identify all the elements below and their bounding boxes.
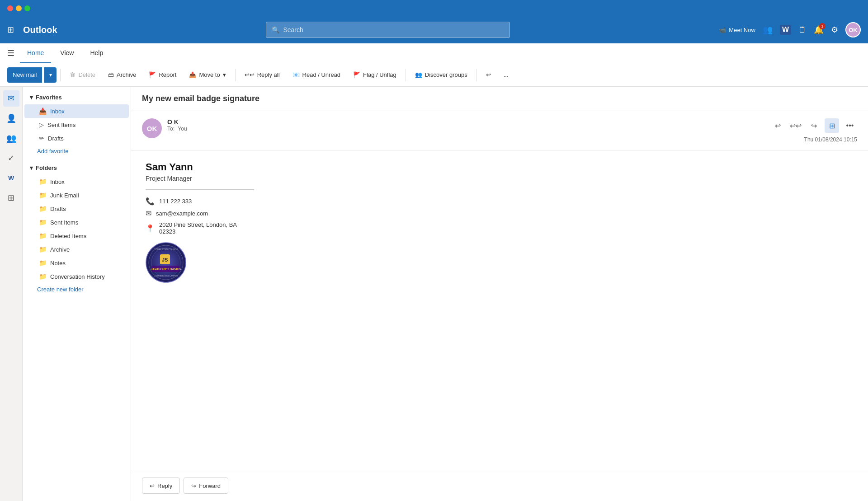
folder-icon-convo: 📁 <box>39 273 47 280</box>
svg-text:Codeable Tech Courses: Codeable Tech Courses <box>154 274 178 277</box>
email-footer: ↩ Reply ↪ Forward <box>131 470 868 501</box>
meet-now-button[interactable]: 📹 Meet Now <box>719 27 755 33</box>
forward-button[interactable]: ↪ Forward <box>184 478 228 494</box>
grid-view-icon-button[interactable]: ⊞ <box>825 118 839 133</box>
badge-container: COMPLETED COURSE JS JAVASCRIPT BASICS Co… <box>146 242 854 285</box>
groups-icon: 👥 <box>415 71 422 78</box>
whiteboard-icon[interactable]: 🗒 <box>798 25 807 35</box>
user-avatar[interactable]: OK <box>845 22 861 37</box>
location-icon: 📍 <box>146 224 155 233</box>
email-meta: O K To: You <box>167 118 765 132</box>
read-unread-button[interactable]: 📧 Read / Unread <box>287 67 346 83</box>
titlebar <box>0 0 868 16</box>
sidebar-item-f-junk[interactable]: 📁 Junk Email <box>24 188 129 202</box>
more-options-button[interactable]: ... <box>498 67 514 83</box>
folder-icon-notes: 📁 <box>39 259 47 267</box>
more-email-options[interactable]: ••• <box>843 118 857 133</box>
navbar: ☰ Home View Help <box>0 43 868 63</box>
favorites-header[interactable]: ▾ Favorites <box>23 90 131 104</box>
maximize-button[interactable] <box>24 5 30 11</box>
contact-email: ✉ sam@example.com <box>146 209 854 218</box>
sidebar-item-f-inbox[interactable]: 📁 Inbox <box>24 175 129 188</box>
contact-phone: 📞 111 222 333 <box>146 197 854 206</box>
delete-button[interactable]: 🗑 Delete <box>64 67 101 83</box>
rail-mail-icon[interactable]: ✉ <box>3 90 19 107</box>
undo-icon: ↩ <box>486 71 491 78</box>
sent-icon: ▷ <box>39 121 44 128</box>
tab-help[interactable]: Help <box>83 43 110 63</box>
signature-title: Project Manager <box>146 175 854 182</box>
reply-button[interactable]: ↩ Reply <box>142 478 180 494</box>
reply-all-icon-button[interactable]: ↩↩ <box>788 118 803 133</box>
svg-text:COMPLETED COURSE: COMPLETED COURSE <box>154 248 179 251</box>
svg-text:JAVASCRIPT BASICS: JAVASCRIPT BASICS <box>151 267 181 271</box>
sidebar-item-f-deleted[interactable]: 📁 Deleted Items <box>24 229 129 243</box>
contact-address: 📍 2020 Pine Street, London, BA 02323 <box>146 221 854 235</box>
tab-view[interactable]: View <box>53 43 81 63</box>
email-subject: My new email badge signature <box>131 87 868 111</box>
reply-footer-icon: ↩ <box>150 482 155 489</box>
rail-groups-icon[interactable]: 👥 <box>3 130 19 146</box>
bell-icon[interactable]: 🔔 1 <box>814 25 824 35</box>
email-icon: ✉ <box>146 209 151 218</box>
create-folder-link[interactable]: Create new folder <box>23 283 131 295</box>
reply-icon-button[interactable]: ↩ <box>770 118 785 133</box>
search-input[interactable] <box>283 26 504 33</box>
folders-chevron-icon: ▾ <box>30 164 33 171</box>
settings-icon[interactable]: ⚙ <box>831 25 838 35</box>
topbar: ⊞ Outlook 🔍 📹 Meet Now 👥 W 🗒 🔔 1 ⚙ OK <box>0 16 868 43</box>
add-favorite-link[interactable]: Add favorite <box>23 145 131 157</box>
toolbar-sep-1 <box>60 69 61 81</box>
sender-name: O K <box>167 118 765 126</box>
sidebar-item-f-drafts[interactable]: 📁 Drafts <box>24 202 129 215</box>
sidebar: ▾ Favorites 📥 Inbox ▷ Sent Items ✏ Draft… <box>23 87 131 501</box>
folders-header[interactable]: ▾ Folders <box>23 161 131 175</box>
reply-all-icon: ↩↩ <box>245 71 255 78</box>
rail-tasks-icon[interactable]: ✓ <box>3 150 19 166</box>
flag-unflag-button[interactable]: 🚩 Flag / Unflag <box>348 67 402 83</box>
discover-groups-button[interactable]: 👥 Discover groups <box>410 67 473 83</box>
teams-icon[interactable]: 👥 <box>763 25 773 35</box>
flag-icon: 🚩 <box>353 71 360 78</box>
window-controls[interactable] <box>7 5 30 11</box>
left-rail: ✉ 👤 👥 ✓ W ⊞ <box>0 87 23 501</box>
forward-icon-button[interactable]: ↪ <box>807 118 821 133</box>
minimize-button[interactable] <box>16 5 22 11</box>
signature-name: Sam Yann <box>146 161 854 173</box>
sidebar-item-f-notes[interactable]: 📁 Notes <box>24 256 129 270</box>
sidebar-item-f-convo[interactable]: 📁 Conversation History <box>24 270 129 283</box>
reply-all-button[interactable]: ↩↩ Reply all <box>239 67 285 83</box>
sidebar-item-drafts[interactable]: ✏ Drafts <box>24 131 129 145</box>
signature-divider <box>146 189 254 190</box>
new-mail-button[interactable]: New mail <box>7 67 42 83</box>
undo-button[interactable]: ↩ <box>481 67 496 83</box>
sidebar-item-sent[interactable]: ▷ Sent Items <box>24 118 129 131</box>
folder-icon-junk: 📁 <box>39 192 47 199</box>
tab-home[interactable]: Home <box>20 43 51 63</box>
svg-text:JS: JS <box>162 257 168 262</box>
phone-icon: 📞 <box>146 197 155 206</box>
chevron-down-icon: ▾ <box>30 94 33 101</box>
folder-icon-inbox: 📁 <box>39 178 47 185</box>
report-icon: 🚩 <box>149 71 156 78</box>
sidebar-item-f-archive[interactable]: 📁 Archive <box>24 243 129 256</box>
grid-icon[interactable]: ⊞ <box>7 25 14 35</box>
folder-icon-deleted: 📁 <box>39 232 47 239</box>
archive-button[interactable]: 🗃 Archive <box>103 67 142 83</box>
rail-people-icon[interactable]: 👤 <box>3 110 19 126</box>
word-icon[interactable]: W <box>780 25 791 35</box>
rail-apps-icon[interactable]: ⊞ <box>3 190 19 206</box>
new-mail-dropdown[interactable]: ▾ <box>44 67 57 83</box>
move-dropdown-icon: ▾ <box>223 71 226 78</box>
search-bar[interactable]: 🔍 <box>266 22 510 38</box>
report-button[interactable]: 🚩 Report <box>143 67 182 83</box>
move-to-button[interactable]: 📤 Move to ▾ <box>184 67 231 83</box>
delete-icon: 🗑 <box>70 71 75 78</box>
folder-icon-sent: 📁 <box>39 219 47 226</box>
hamburger-menu[interactable]: ☰ <box>7 48 14 58</box>
close-button[interactable] <box>7 5 13 11</box>
rail-word-icon[interactable]: W <box>3 170 19 186</box>
email-reading-pane: My new email badge signature OK O K To: … <box>131 87 868 501</box>
sidebar-item-inbox[interactable]: 📥 Inbox <box>24 104 129 118</box>
sidebar-item-f-sent[interactable]: 📁 Sent Items <box>24 215 129 229</box>
